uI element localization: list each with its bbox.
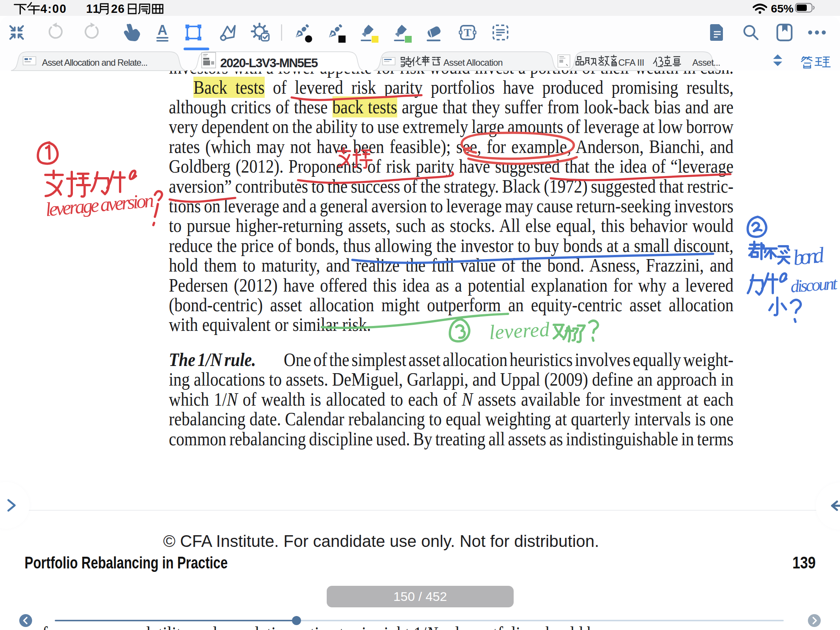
svg-text:65%: 65%	[771, 2, 794, 15]
svg-text:4:00: 4:00	[40, 2, 67, 16]
svg-text:A: A	[158, 22, 167, 38]
svg-text:11: 11	[86, 2, 100, 16]
svg-text:26: 26	[111, 2, 125, 16]
svg-text:T: T	[464, 26, 471, 38]
